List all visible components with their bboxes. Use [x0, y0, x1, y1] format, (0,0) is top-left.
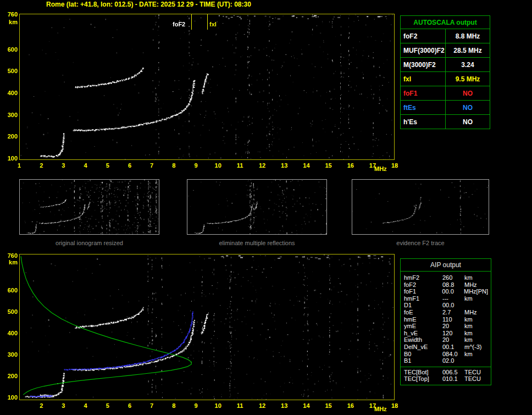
y-tick-label: 400 [3, 330, 18, 336]
x-tick-label: 11 [237, 162, 243, 169]
aip-row-foF2: foF208.8MHz [401, 281, 491, 289]
autoscala-param-name: ftEs [401, 101, 446, 114]
aip-param-unit: km [464, 316, 473, 323]
x-tick-label: 14 [303, 162, 309, 169]
autoscala-param-name: M(3000)F2 [401, 58, 446, 71]
autoscala-param-value: 9.5 MHz [446, 72, 490, 86]
autoscala-row-M(3000)F2: M(3000)F23.24 [401, 58, 490, 72]
autoscala-param-name: foF2 [401, 29, 446, 43]
fxi-marker-line [207, 14, 208, 30]
x-tick-label: 14 [303, 402, 309, 409]
aip-param-value: 20 [442, 323, 464, 330]
aip-row-Ewidth: Ewidth20km [401, 336, 491, 344]
aip-param-note: [PN] [476, 288, 491, 295]
thumbnail-canvas [187, 180, 326, 234]
autoscala-row-foF1: foF1NO [401, 86, 490, 101]
aip-param-unit: km [464, 336, 473, 344]
x-tick-label: 9 [194, 402, 197, 409]
x-tick-label: 6 [128, 162, 131, 169]
autoscala-param-value: NO [446, 101, 490, 114]
thumbnail-canvas [20, 180, 159, 234]
autoscala-table-title: AUTOSCALA output [401, 16, 490, 29]
thumbnail-eliminate-reflections [187, 179, 327, 235]
x-tick-label: 7 [150, 402, 153, 409]
fof2-marker-label: foF2 [173, 21, 185, 27]
y-tick-label: 600 [3, 46, 18, 53]
aip-param-name: DelN_vE [401, 344, 442, 351]
y-tick-label: 500 [3, 308, 18, 315]
top-ionogram-plot [19, 14, 395, 160]
aip-param-name: hmF1 [401, 295, 442, 302]
aip-param-name: ymE [401, 323, 442, 330]
aip-param-value: 110 [442, 316, 464, 323]
aip-row-hmF1: hmF1---km [401, 295, 491, 302]
aip-row-hmE: hmE110km [401, 316, 491, 323]
autoscala-row-fxI: fxI9.5 MHz [401, 72, 490, 86]
x-tick-label: 1 [18, 162, 21, 169]
y-axis-unit: km [3, 19, 18, 25]
thumbnail-caption: evidence F2 trace [352, 240, 489, 246]
aip-param-name: hmE [401, 316, 442, 323]
aip-param-unit: km [464, 274, 473, 281]
aip-param-name: foF1 [401, 288, 442, 295]
x-tick-label: 11 [237, 402, 243, 409]
aip-param-name: TEC[Bot] [401, 369, 442, 376]
aip-output-table: AIP output hmF2260kmfoF208.8MHzfoF100.0M… [400, 258, 491, 385]
autoscala-row-h'Es: h'EsNO [401, 115, 490, 129]
y-tick-label: 200 [3, 373, 18, 379]
x-tick-label: 3 [62, 162, 65, 169]
x-tick-label: 6 [128, 402, 131, 409]
aip-tec-rows: TEC[Bot]006.5TECUTEC[Top]010.1TECU [401, 367, 491, 385]
aip-param-value: 00.0 [442, 288, 464, 295]
x-tick-label: 16 [347, 402, 354, 409]
autoscala-param-value: NO [446, 86, 490, 100]
y-tick-label: 100 [3, 155, 18, 162]
aip-row-h_vE: h_vE120km [401, 330, 491, 337]
aip-row-B1: B102.0 [401, 357, 491, 364]
thumbnail-caption: eliminate multiple reflections [187, 240, 327, 246]
thumbnail-canvas [352, 180, 489, 234]
y-tick-label: 300 [3, 112, 18, 118]
x-tick-label: 9 [194, 162, 197, 169]
y-axis-unit: km [3, 259, 18, 265]
aip-param-value: --- [442, 295, 464, 302]
y-tick-label: 300 [3, 351, 18, 358]
aip-row-ymE: ymE20km [401, 323, 491, 330]
fxi-marker-label: fxI [209, 21, 217, 27]
thumbnail-caption: original ionogram resized [19, 240, 159, 246]
x-tick-label: 13 [281, 402, 287, 409]
autoscala-app-window: Rome (lat: +41.8, lon: 012.5) - DATE: 20… [0, 0, 532, 415]
aip-param-unit: m^(-3) [464, 344, 481, 351]
x-tick-label: 2 [40, 162, 43, 169]
autoscala-table-rows: foF28.8 MHzMUF(3000)F228.5 MHzM(3000)F23… [401, 29, 490, 129]
aip-row-foF1: foF100.0MHz[PN] [401, 288, 491, 295]
autoscala-param-value: 3.24 [446, 58, 490, 71]
thumbnail-original-ionogram [19, 179, 159, 235]
aip-param-name: foE [401, 309, 442, 316]
aip-param-unit: km [464, 295, 473, 302]
x-tick-label: 3 [62, 402, 65, 409]
aip-table-title: AIP output [401, 259, 491, 272]
thumbnail-evidence-f2-trace [352, 179, 489, 235]
x-tick-label: 7 [150, 162, 153, 169]
aip-row-TEC[Bot]: TEC[Bot]006.5TECU [401, 369, 491, 376]
aip-param-unit: km [464, 351, 473, 358]
aip-param-unit: TECU [464, 375, 481, 383]
autoscala-param-name: MUF(3000)F2 [401, 43, 446, 57]
y-tick-label: 400 [3, 90, 18, 96]
top-ionogram-canvas [20, 14, 394, 159]
x-tick-label: 10 [215, 162, 221, 169]
aip-param-value: 010.1 [442, 375, 464, 383]
autoscala-param-value: NO [446, 115, 490, 129]
x-tick-label: 12 [259, 402, 265, 409]
aip-param-unit: MHz [464, 281, 477, 289]
aip-param-unit: km [464, 330, 473, 337]
aip-param-name: Ewidth [401, 336, 442, 344]
aip-param-name: h_vE [401, 330, 442, 337]
x-tick-label: 4 [84, 162, 87, 169]
aip-row-D1: D100.0 [401, 302, 491, 309]
aip-param-unit: km [464, 323, 473, 330]
y-tick-label: 760 [3, 252, 18, 259]
aip-param-value: 00.1 [442, 344, 464, 351]
x-tick-label: 15 [325, 162, 331, 169]
